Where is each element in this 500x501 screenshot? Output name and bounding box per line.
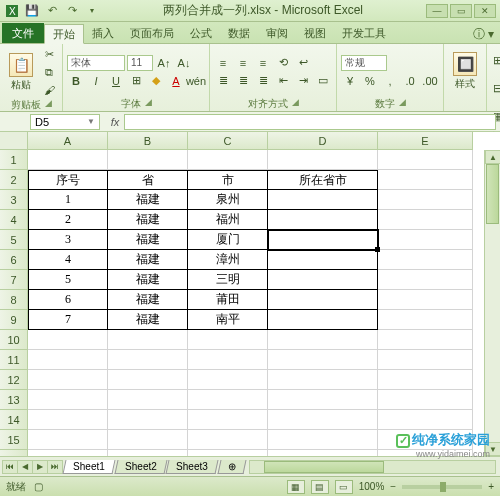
cell-C9[interactable]: 南平 [188,310,268,330]
cell-D11[interactable] [268,350,378,370]
page-layout-view-icon[interactable]: ▤ [311,480,329,494]
cell-C13[interactable] [188,390,268,410]
tab-pagelayout[interactable]: 页面布局 [122,23,182,43]
cell-C1[interactable] [188,150,268,170]
cell-E2[interactable] [378,170,473,190]
fx-icon[interactable]: fx [106,116,124,128]
row-header-6[interactable]: 6 [0,250,28,270]
name-box[interactable]: D5 ▼ [30,114,100,130]
cell-A15[interactable] [28,430,108,450]
align-top-icon[interactable]: ≡ [214,55,232,71]
cell-A3[interactable]: 1 [28,190,108,210]
row-header-13[interactable]: 13 [0,390,28,410]
cell-C15[interactable] [188,430,268,450]
new-sheet-icon[interactable]: ⊕ [218,460,247,474]
hscroll-thumb[interactable] [264,461,384,473]
align-center-icon[interactable]: ≣ [234,73,252,89]
cell-B8[interactable]: 福建 [108,290,188,310]
close-button[interactable]: ✕ [474,4,496,18]
cell-E7[interactable] [378,270,473,290]
currency-icon[interactable]: ¥ [341,73,359,89]
decrease-decimal-icon[interactable]: .00 [421,73,439,89]
row-header-9[interactable]: 9 [0,310,28,330]
cell-C14[interactable] [188,410,268,430]
cell-A8[interactable]: 6 [28,290,108,310]
number-launcher-icon[interactable]: ◢ [399,97,406,110]
cell-A5[interactable]: 3 [28,230,108,250]
formula-input[interactable] [124,114,496,130]
cell-C5[interactable]: 厦门 [188,230,268,250]
row-header-7[interactable]: 7 [0,270,28,290]
cell-B11[interactable] [108,350,188,370]
cell-C11[interactable] [188,350,268,370]
cell-D7[interactable] [268,270,378,290]
align-left-icon[interactable]: ≣ [214,73,232,89]
row-header-11[interactable]: 11 [0,350,28,370]
cell-D5[interactable] [268,230,378,250]
wrap-text-icon[interactable]: ↩ [294,55,312,71]
cell-B7[interactable]: 福建 [108,270,188,290]
cell-A7[interactable]: 5 [28,270,108,290]
cell-A4[interactable]: 2 [28,210,108,230]
row-header-5[interactable]: 5 [0,230,28,250]
cell-D6[interactable] [268,250,378,270]
alignment-launcher-icon[interactable]: ◢ [292,97,299,110]
cell-C3[interactable]: 泉州 [188,190,268,210]
tab-home[interactable]: 开始 [44,24,84,44]
align-right-icon[interactable]: ≣ [254,73,272,89]
cell-E5[interactable] [378,230,473,250]
insert-cells-icon[interactable]: ⊞ [491,52,500,68]
cell-B15[interactable] [108,430,188,450]
row-header-10[interactable]: 10 [0,330,28,350]
cell-E11[interactable] [378,350,473,370]
row-header-8[interactable]: 8 [0,290,28,310]
cell-D9[interactable] [268,310,378,330]
orientation-icon[interactable]: ⟲ [274,55,292,71]
tab-insert[interactable]: 插入 [84,23,122,43]
cut-icon[interactable]: ✂ [40,46,58,62]
tab-first-icon[interactable]: ⏮ [2,460,18,474]
column-header-A[interactable]: A [28,132,108,150]
tab-last-icon[interactable]: ⏭ [47,460,63,474]
number-format-combo[interactable]: 常规 [341,55,387,71]
vertical-scrollbar[interactable]: ▲ ▼ [484,150,500,456]
maximize-button[interactable]: ▭ [450,4,472,18]
sheet-tab-1[interactable]: Sheet1 [63,460,116,474]
underline-button[interactable]: U [107,73,125,89]
cell-B9[interactable]: 福建 [108,310,188,330]
decrease-font-icon[interactable]: A↓ [175,55,193,71]
cell-B14[interactable] [108,410,188,430]
cell-B12[interactable] [108,370,188,390]
increase-font-icon[interactable]: A↑ [155,55,173,71]
vscroll-thumb[interactable] [486,164,499,224]
row-header-14[interactable]: 14 [0,410,28,430]
tab-developer[interactable]: 开发工具 [334,23,394,43]
tab-review[interactable]: 审阅 [258,23,296,43]
cell-A10[interactable] [28,330,108,350]
cell-A12[interactable] [28,370,108,390]
cell-E9[interactable] [378,310,473,330]
tab-next-icon[interactable]: ▶ [32,460,48,474]
cell-D13[interactable] [268,390,378,410]
cell-B4[interactable]: 福建 [108,210,188,230]
increase-indent-icon[interactable]: ⇥ [294,73,312,89]
column-header-D[interactable]: D [268,132,378,150]
cell-D12[interactable] [268,370,378,390]
paste-button[interactable]: 📋 粘贴 [4,53,38,92]
cell-E10[interactable] [378,330,473,350]
increase-decimal-icon[interactable]: .0 [401,73,419,89]
cell-B2[interactable]: 省 [108,170,188,190]
cell-A14[interactable] [28,410,108,430]
excel-icon[interactable]: X [4,3,20,19]
cell-A13[interactable] [28,390,108,410]
save-icon[interactable]: 💾 [24,3,40,19]
page-break-view-icon[interactable]: ▭ [335,480,353,494]
align-bottom-icon[interactable]: ≡ [254,55,272,71]
font-size-combo[interactable]: 11 [127,55,153,71]
cell-B1[interactable] [108,150,188,170]
cell-D3[interactable] [268,190,378,210]
cell-A2[interactable]: 序号 [28,170,108,190]
cell-A6[interactable]: 4 [28,250,108,270]
delete-cells-icon[interactable]: ⊟ [491,80,500,96]
styles-button[interactable]: 🔲 样式 [448,52,482,91]
